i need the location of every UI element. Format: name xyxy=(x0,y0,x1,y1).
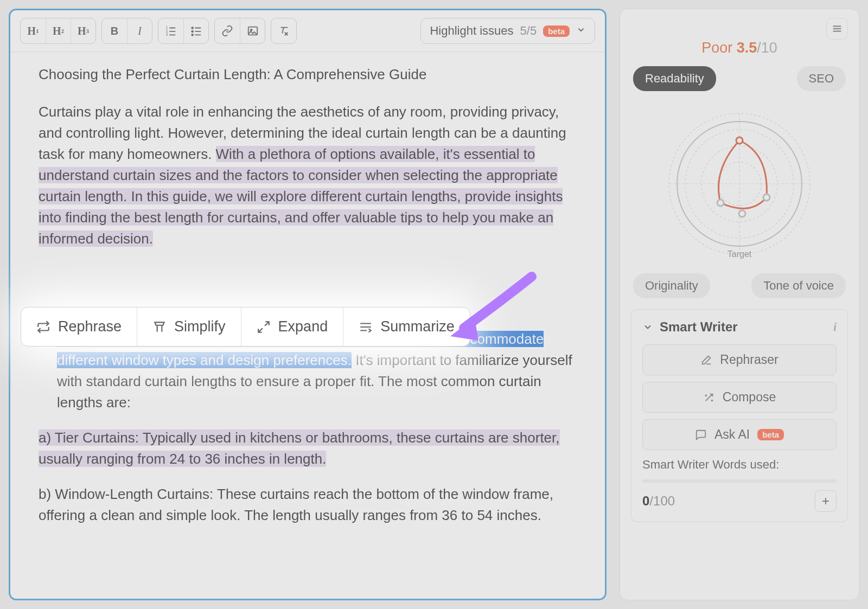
simplify-icon xyxy=(152,320,167,334)
beta-badge: beta xyxy=(543,25,570,37)
score-value: 3.5 xyxy=(737,40,757,56)
pill-readability[interactable]: Readability xyxy=(633,66,716,91)
svg-point-13 xyxy=(250,29,252,31)
annotation-arrow xyxy=(445,271,537,347)
simplify-button[interactable]: Simplify xyxy=(137,307,241,346)
rephraser-button[interactable]: Rephraser xyxy=(642,344,837,375)
pill-row-bottom: Originality Tone of voice xyxy=(631,273,848,298)
radar-chart: Target xyxy=(631,94,848,273)
app-root: H1 H2 H3 B I 123 xyxy=(0,0,868,609)
clear-format-button[interactable] xyxy=(271,18,296,43)
words-row: 0/100 + xyxy=(642,490,837,512)
sub-item-b: b) Window-Length Curtains: These curtain… xyxy=(39,484,577,526)
context-toolbar: Rephrase Simplify Expand Summarize xyxy=(21,307,470,347)
svg-point-27 xyxy=(763,194,770,201)
chevron-down-icon xyxy=(576,24,586,38)
ordered-list-button[interactable]: 123 xyxy=(158,18,183,43)
svg-point-28 xyxy=(739,210,745,217)
insert-group xyxy=(214,18,265,44)
pill-originality[interactable]: Originality xyxy=(633,273,710,298)
issue-count: 5/5 xyxy=(520,24,537,38)
words-used-count: 0 xyxy=(642,493,649,508)
info-icon[interactable]: i xyxy=(833,320,837,334)
smart-writer-panel: Smart Writer i Rephraser Compose Ask AI … xyxy=(631,309,848,522)
svg-point-31 xyxy=(711,400,712,401)
format-group: B I xyxy=(101,18,152,44)
svg-line-32 xyxy=(265,322,269,326)
highlight-label: Highlight issues xyxy=(430,24,513,38)
editor-toolbar: H1 H2 H3 B I 123 xyxy=(10,10,605,52)
score-label: Poor xyxy=(701,40,732,56)
sub-item-a: a) Tier Curtains: Typically used in kitc… xyxy=(39,427,577,470)
compose-button[interactable]: Compose xyxy=(642,382,837,413)
expand-button[interactable]: Expand xyxy=(241,307,343,346)
svg-point-29 xyxy=(717,200,724,206)
paragraph-1: Curtains play a vital role in enhancing … xyxy=(39,101,577,249)
score-line: Poor 3.5/10 xyxy=(631,40,848,56)
summarize-icon xyxy=(359,320,373,334)
ask-ai-button[interactable]: Ask AI beta xyxy=(642,419,837,450)
h3-button[interactable]: H3 xyxy=(71,18,95,43)
document-title: Choosing the Perfect Curtain Length: A C… xyxy=(39,64,577,85)
score-max: /10 xyxy=(757,40,777,56)
h2-button[interactable]: H2 xyxy=(46,18,71,43)
svg-point-10 xyxy=(192,34,193,36)
svg-marker-37 xyxy=(450,318,478,341)
link-button[interactable] xyxy=(215,18,240,43)
add-words-button[interactable]: + xyxy=(815,490,837,512)
words-used-label: Smart Writer Words used: xyxy=(642,458,837,472)
image-button[interactable] xyxy=(240,18,265,43)
issue-highlight: a) Tier Curtains: Typically used in kitc… xyxy=(39,429,560,467)
svg-point-6 xyxy=(192,27,193,29)
words-max: /100 xyxy=(649,493,675,508)
expand-icon xyxy=(257,320,271,334)
magic-icon xyxy=(703,392,715,403)
svg-point-26 xyxy=(736,137,743,144)
edit-icon xyxy=(700,354,712,366)
svg-point-8 xyxy=(192,31,193,33)
clear-group xyxy=(271,18,297,44)
unordered-list-button[interactable] xyxy=(183,18,208,43)
highlight-issues-dropdown[interactable]: Highlight issues 5/5 beta xyxy=(420,18,595,44)
pill-tone-of-voice[interactable]: Tone of voice xyxy=(751,273,846,298)
pill-seo[interactable]: SEO xyxy=(797,66,846,91)
svg-line-33 xyxy=(258,328,263,332)
sidebar: Poor 3.5/10 Readability SEO xyxy=(620,9,859,600)
panel-header[interactable]: Smart Writer i xyxy=(642,319,837,335)
heading-group: H1 H2 H3 xyxy=(20,18,96,44)
list-group: 123 xyxy=(158,18,209,44)
beta-badge: beta xyxy=(757,429,784,440)
svg-text:3: 3 xyxy=(166,33,168,36)
menu-button[interactable] xyxy=(826,18,848,40)
rephrase-icon xyxy=(36,320,50,334)
h1-button[interactable]: H1 xyxy=(21,18,46,43)
svg-point-30 xyxy=(705,395,706,396)
rephrase-button[interactable]: Rephrase xyxy=(21,307,137,346)
chat-icon xyxy=(695,429,707,441)
context-toolbar-spotlight: Rephrase Simplify Expand Summarize xyxy=(21,307,470,347)
pill-row-top: Readability SEO xyxy=(631,66,848,91)
chevron-down-icon xyxy=(642,322,653,332)
target-label: Target xyxy=(727,249,751,259)
italic-button[interactable]: I xyxy=(127,18,152,43)
words-progress-bar xyxy=(642,479,837,483)
bold-button[interactable]: B xyxy=(102,18,127,43)
